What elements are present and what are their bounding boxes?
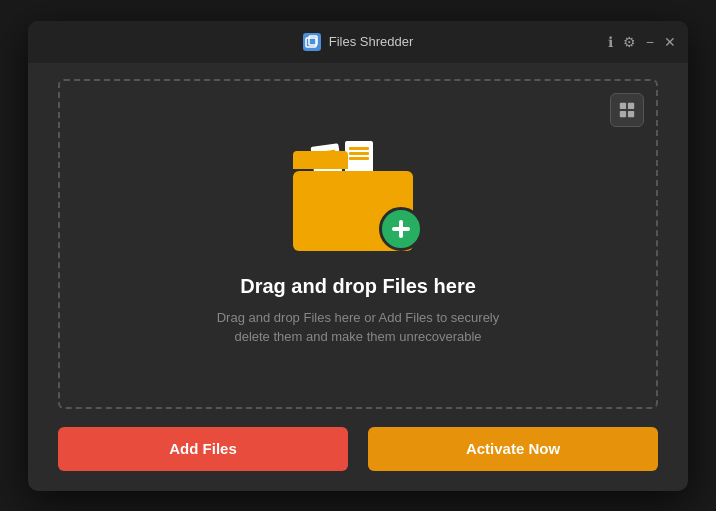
svg-rect-3 xyxy=(628,102,634,108)
title-group: Files Shredder xyxy=(303,33,414,51)
plus-badge xyxy=(379,207,423,251)
add-files-button[interactable]: Add Files xyxy=(58,427,348,471)
main-content: Drag and drop Files here Drag and drop F… xyxy=(28,63,688,491)
drop-subtitle: Drag and drop Files here or Add Files to… xyxy=(198,308,518,347)
settings-button[interactable]: ⚙ xyxy=(623,35,636,49)
info-button[interactable]: ℹ xyxy=(608,35,613,49)
activate-button[interactable]: Activate Now xyxy=(368,427,658,471)
folder-tab xyxy=(293,151,348,169)
svg-rect-2 xyxy=(620,102,626,108)
svg-rect-4 xyxy=(620,110,626,116)
app-icon xyxy=(303,33,321,51)
drop-title: Drag and drop Files here xyxy=(240,275,476,298)
window-controls: ℹ ⚙ − ✕ xyxy=(608,35,676,49)
titlebar: Files Shredder ℹ ⚙ − ✕ xyxy=(28,21,688,63)
minimize-button[interactable]: − xyxy=(646,35,654,49)
bottom-buttons: Add Files Activate Now xyxy=(58,427,658,471)
app-window: Files Shredder ℹ ⚙ − ✕ xyxy=(28,21,688,491)
close-button[interactable]: ✕ xyxy=(664,35,676,49)
drop-zone[interactable]: Drag and drop Files here Drag and drop F… xyxy=(58,79,658,409)
folder-illustration xyxy=(293,141,423,251)
app-title: Files Shredder xyxy=(329,34,414,49)
svg-rect-5 xyxy=(628,110,634,116)
corner-view-button[interactable] xyxy=(610,93,644,127)
